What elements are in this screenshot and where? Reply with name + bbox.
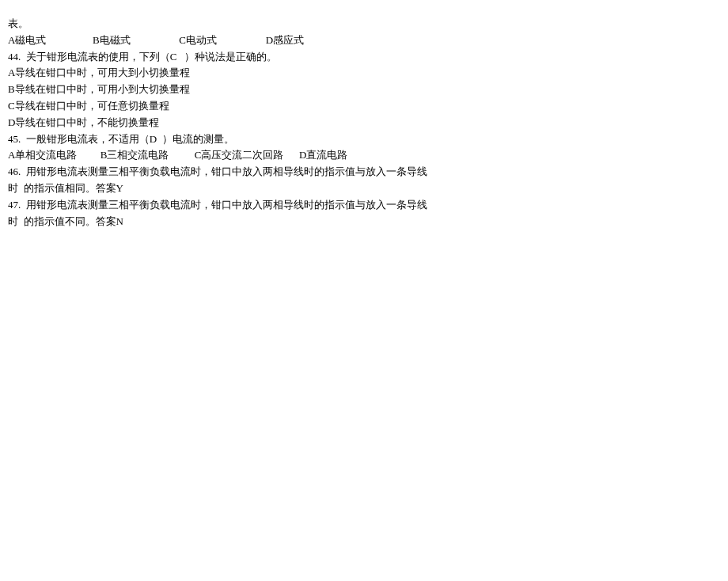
text-line-12: 时 的指示值不同。答案N: [8, 214, 720, 230]
text-line-2: 44. 关于钳形电流表的使用，下列（C ）种说法是正确的。: [8, 49, 720, 66]
text-line-5: C导线在钳口中时，可任意切换量程: [8, 98, 720, 115]
text-line-6: D导线在钳口中时，不能切换量程: [8, 115, 720, 131]
text-line-1: A磁电式 B电磁式 C电动式 D感应式: [8, 32, 720, 49]
text-line-8: A单相交流电路 B三相交流电路 C高压交流二次回路 D直流电路: [8, 147, 720, 164]
text-line-10: 时 的指示值相同。答案Y: [8, 180, 720, 197]
text-line-9: 46. 用钳形电流表测量三相平衡负载电流时，钳口中放入两相导线时的指示值与放入一…: [8, 164, 720, 180]
text-line-4: B导线在钳口中时，可用小到大切换量程: [8, 82, 720, 98]
text-line-3: A导线在钳口中时，可用大到小切换量程: [8, 65, 720, 82]
text-line-0: 表。: [8, 16, 720, 32]
text-line-11: 47. 用钳形电流表测量三相平衡负载电流时，钳口中放入两相导线时的指示值与放入一…: [8, 197, 720, 214]
text-line-7: 45. 一般钳形电流表，不适用（D ）电流的测量。: [8, 131, 720, 148]
